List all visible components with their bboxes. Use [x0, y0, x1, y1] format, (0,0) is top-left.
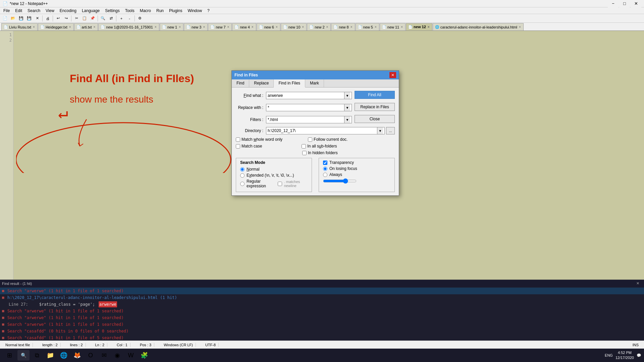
menu-file[interactable]: File	[1, 8, 12, 14]
radio-regex-input[interactable]	[240, 182, 245, 186]
match-whole-word-checkbox[interactable]	[236, 137, 240, 142]
filters-input[interactable]: *.html ▼	[266, 116, 352, 123]
tab-close-arti[interactable]: ×	[93, 25, 96, 29]
in-all-sub-folders-checkbox[interactable]	[302, 144, 306, 148]
tab-close-new11[interactable]: ×	[400, 25, 403, 29]
replace-with-input[interactable]: * ▼	[266, 104, 352, 111]
toolbar-open[interactable]: 📂	[9, 15, 17, 22]
toolbar-cut[interactable]: ✂	[73, 15, 80, 22]
radio-on-losing-focus-input[interactable]	[323, 167, 327, 171]
tab-caracterul[interactable]: 🌐 caracterul-adanc-innoitor-al-leadershi…	[433, 23, 524, 31]
tab-new2[interactable]: 📄 new 2 ×	[307, 23, 331, 31]
replace-in-files-button[interactable]: Replace in Files	[355, 103, 395, 111]
taskbar-mail[interactable]: ✉	[98, 349, 110, 361]
toolbar-new[interactable]: 📄	[1, 15, 9, 22]
menu-help[interactable]: ?	[205, 8, 212, 14]
menu-tools[interactable]: Tools	[123, 8, 137, 14]
tab-close-new10[interactable]: ×	[302, 25, 304, 29]
find-what-dropdown[interactable]: ▼	[344, 92, 350, 99]
tab-new12[interactable]: 📄 new 12 ×	[406, 23, 432, 31]
taskbar-chrome[interactable]: ◉	[111, 349, 123, 361]
tab-close-heidegger[interactable]: ×	[69, 25, 71, 29]
menu-edit[interactable]: Edit	[13, 8, 24, 14]
toolbar-print[interactable]: 🖨	[44, 15, 51, 22]
toolbar-undo[interactable]: ↩	[54, 15, 62, 22]
follow-current-doc-checkbox[interactable]	[308, 137, 312, 142]
menu-run[interactable]: Run	[154, 8, 166, 14]
find-result-close[interactable]: ✕	[636, 281, 639, 286]
taskbar-firefox[interactable]: 🦊	[71, 349, 83, 361]
toolbar-zoom-out[interactable]: -	[126, 15, 133, 22]
toolbar-redo[interactable]: ↪	[62, 15, 70, 22]
dialog-tab-find[interactable]: Find	[232, 79, 249, 87]
menu-encoding[interactable]: Encoding	[58, 8, 78, 14]
tab-new10[interactable]: 📄 new 10 ×	[281, 23, 307, 31]
taskbar-edge[interactable]: 🌐	[58, 349, 70, 361]
dialog-tab-find-in-files[interactable]: Find in Files	[274, 79, 305, 87]
taskbar-opera[interactable]: O	[85, 349, 97, 361]
tab-heidegger[interactable]: 📄 Heidegger.txt ×	[38, 23, 74, 31]
tab-close-new12[interactable]: ×	[427, 25, 430, 29]
menu-macro[interactable]: Macro	[138, 8, 153, 14]
directory-input[interactable]: h:\2020_12_17\ ▼	[266, 127, 385, 134]
tab-new11[interactable]: 📄 new 11 ×	[380, 23, 406, 31]
toolbar-settings[interactable]: ⚙	[136, 15, 144, 22]
toolbar-save[interactable]: 💾	[17, 15, 25, 22]
tab-close-liviu[interactable]: ×	[33, 25, 35, 29]
transparency-checkbox[interactable]	[323, 161, 327, 165]
radio-always-input[interactable]	[323, 173, 327, 177]
tray-notification[interactable]: 💬	[637, 353, 641, 358]
taskbar-puzzle[interactable]: 🧩	[138, 349, 150, 361]
menu-search[interactable]: Search	[25, 8, 42, 14]
menu-language[interactable]: Language	[80, 8, 102, 14]
toolbar-close[interactable]: ✕	[34, 15, 41, 22]
tab-new1-date[interactable]: 📄 new 1@2020-01-16_175901 ×	[98, 23, 159, 31]
menu-window[interactable]: Window	[185, 8, 204, 14]
browse-button[interactable]: ...	[386, 127, 395, 134]
menu-settings[interactable]: Settings	[103, 8, 121, 14]
dialog-tab-mark[interactable]: Mark	[305, 79, 324, 87]
toolbar-copy[interactable]: 📋	[81, 15, 88, 22]
transparency-slider[interactable]	[323, 178, 357, 184]
dialog-close-button[interactable]: ✕	[389, 72, 396, 78]
tab-new6[interactable]: 📄 new 6 ×	[257, 23, 280, 31]
tab-new7[interactable]: 📄 new 7 ×	[208, 23, 232, 31]
tab-close-new7[interactable]: ×	[227, 25, 230, 29]
taskbar-taskview[interactable]: ⧉	[31, 349, 43, 361]
tab-close-new5[interactable]: ×	[374, 25, 377, 29]
find-all-button[interactable]: Find All	[355, 91, 395, 99]
find-what-input[interactable]: arwerwe ▼	[266, 92, 352, 99]
tab-arti[interactable]: 📄 arti.txt ×	[74, 23, 98, 31]
dialog-tab-replace[interactable]: Replace	[249, 79, 274, 87]
toolbar-find[interactable]: 🔍	[99, 15, 107, 22]
tab-new8[interactable]: 📄 new 8 ×	[331, 23, 355, 31]
tab-new4[interactable]: 📄 new 4 ×	[232, 23, 256, 31]
tab-close-caracterul[interactable]: ×	[519, 25, 521, 29]
tab-new3[interactable]: 📄 new 3 ×	[184, 23, 208, 31]
in-hidden-folders-checkbox[interactable]	[302, 151, 307, 155]
close-button-dialog[interactable]: Close	[355, 115, 395, 123]
tab-close-new1-date[interactable]: ×	[154, 25, 157, 29]
filters-dropdown[interactable]: ▼	[344, 116, 350, 123]
tab-new5[interactable]: 📄 new 5 ×	[356, 23, 379, 31]
tab-close-new2[interactable]: ×	[326, 25, 329, 29]
tab-liviu[interactable]: 📄 Liviu Rusu.txt ×	[1, 23, 38, 31]
search-results-panel[interactable]: ■ Search "arwerwe" (1 hit in 1 file of 1…	[0, 287, 644, 341]
radio-normal-input[interactable]	[240, 167, 245, 172]
tab-close-new1[interactable]: ×	[178, 25, 181, 29]
find-in-files-dialog[interactable]: Find in Files ✕ Find Replace Find in Fil…	[231, 70, 399, 196]
toolbar-replace[interactable]: ⇄	[107, 15, 115, 22]
taskbar-search[interactable]: 🔍	[17, 350, 30, 361]
taskbar-explorer[interactable]: 📁	[44, 349, 56, 361]
match-case-checkbox[interactable]	[236, 144, 240, 148]
close-button[interactable]: ✕	[631, 0, 641, 7]
replace-with-dropdown[interactable]: ▼	[344, 104, 350, 111]
tab-close-new3[interactable]: ×	[203, 25, 205, 29]
taskbar-word[interactable]: W	[125, 349, 137, 361]
minimize-button[interactable]: −	[608, 0, 619, 7]
toolbar-paste[interactable]: 📌	[89, 15, 96, 22]
tab-close-new4[interactable]: ×	[251, 25, 254, 29]
menu-plugins[interactable]: Plugins	[167, 8, 184, 14]
toolbar-save-all[interactable]: 💾	[25, 15, 33, 22]
tab-close-new6[interactable]: ×	[275, 25, 278, 29]
